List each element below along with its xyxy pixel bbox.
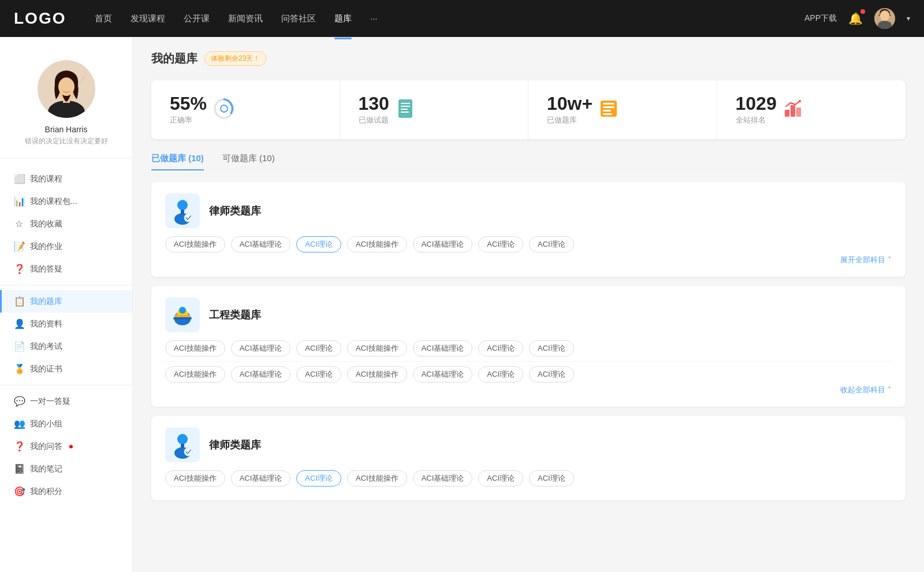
tag-eng1-r2-4[interactable]: ACI基础理论 (413, 366, 473, 382)
tag-lawyer1-2[interactable]: ACI理论 (296, 236, 341, 252)
tag-eng1-3[interactable]: ACI技能操作 (347, 340, 407, 356)
sidebar-label-exam: 我的考试 (30, 341, 62, 352)
tag-lawyer2-0[interactable]: ACI技能操作 (165, 470, 225, 486)
tag-lawyer1-1[interactable]: ACI基础理论 (231, 236, 291, 252)
tag-lawyer2-2[interactable]: ACI理论 (296, 470, 341, 486)
sidebar-item-questions[interactable]: ❓ 我的答疑 (0, 258, 132, 280)
sidebar-item-coursepackage[interactable]: 📊 我的课程包... (0, 190, 132, 213)
sidebar-item-myqa[interactable]: ❓ 我的问答 (0, 435, 132, 458)
svg-rect-26 (181, 210, 184, 214)
nav-discover[interactable]: 发现课程 (131, 11, 165, 27)
tag-eng1-4[interactable]: ACI基础理论 (413, 340, 473, 356)
tag-eng1-5[interactable]: ACI理论 (478, 340, 523, 356)
svg-point-9 (221, 105, 228, 112)
sidebar-username: Brian Harris (12, 125, 121, 134)
tab-done[interactable]: 已做题库 (10) (151, 153, 204, 170)
engineering1-icon (165, 298, 200, 332)
sidebar-item-points[interactable]: 🎯 我的积分 (0, 480, 132, 503)
sidebar-label-questionbank: 我的题库 (30, 296, 62, 307)
exam-icon: 📄 (14, 341, 24, 352)
svg-rect-19 (603, 113, 612, 115)
app-download-link[interactable]: APP下载 (804, 13, 837, 24)
sidebar: Brian Harris 错误的决定比没有决定要好 ⬜ 我的课程 📊 我的课程包… (0, 37, 133, 572)
svg-rect-16 (603, 103, 614, 105)
notification-bell[interactable]: 🔔 (848, 12, 863, 25)
mycourse-icon: ⬜ (14, 173, 24, 184)
tabs-row: 已做题库 (10) 可做题库 (10) (151, 153, 906, 170)
sidebar-item-group[interactable]: 👥 我的小组 (0, 413, 132, 435)
top-nav: LOGO 首页 发现课程 公开课 新闻资讯 问答社区 题库 ··· APP下载 … (0, 0, 924, 37)
sidebar-item-tutoring[interactable]: 💬 一对一答疑 (0, 390, 132, 413)
tag-lawyer1-4[interactable]: ACI基础理论 (413, 236, 473, 252)
sidebar-label-notes: 我的笔记 (30, 464, 62, 474)
tag-eng1-r2-3[interactable]: ACI技能操作 (347, 366, 407, 382)
tag-eng1-2[interactable]: ACI理论 (296, 340, 341, 356)
tag-lawyer1-0[interactable]: ACI技能操作 (165, 236, 225, 252)
svg-point-24 (177, 200, 188, 210)
page-title: 我的题库 (151, 51, 198, 66)
tag-lawyer1-6[interactable]: ACI理论 (529, 236, 574, 252)
tag-lawyer2-3[interactable]: ACI技能操作 (347, 470, 407, 486)
user-avatar[interactable] (874, 8, 895, 29)
nav-more[interactable]: ··· (370, 11, 378, 27)
trial-badge: 体验剩余23天！ (204, 51, 266, 66)
nav-qa[interactable]: 问答社区 (281, 11, 316, 27)
engineering1-collapse[interactable]: 收起全部科目 ˄ (165, 385, 892, 395)
svg-point-32 (177, 434, 188, 444)
lawyer1-expand[interactable]: 展开全部科目 ˅ (165, 255, 892, 265)
svg-point-23 (799, 100, 801, 102)
sidebar-item-questionbank[interactable]: 📋 我的题库 (0, 290, 132, 313)
lawyer2-title: 律师类题库 (209, 438, 261, 452)
nav-questionbank[interactable]: 题库 (334, 11, 352, 27)
nav-right: APP下载 🔔 ▾ (804, 8, 910, 29)
tag-lawyer2-1[interactable]: ACI基础理论 (231, 470, 291, 486)
tag-eng1-r2-5[interactable]: ACI理论 (478, 366, 523, 382)
nav-news[interactable]: 新闻资讯 (228, 11, 263, 27)
sidebar-item-favorites[interactable]: ☆ 我的收藏 (0, 213, 132, 235)
nav-opencourse[interactable]: 公开课 (184, 11, 210, 27)
stat-accuracy-icon (214, 98, 234, 121)
tab-available[interactable]: 可做题库 (10) (222, 153, 275, 170)
sidebar-item-certificate[interactable]: 🏅 我的证书 (0, 358, 132, 380)
stats-row: 55% 正确率 130 已做试题 (151, 80, 906, 139)
stat-done-banks-icon (599, 98, 618, 121)
stat-ranking: 1029 全站排名 (717, 80, 906, 139)
user-dropdown-arrow[interactable]: ▾ (907, 14, 910, 23)
tag-eng1-r2-1[interactable]: ACI基础理论 (231, 366, 291, 382)
sidebar-item-homework[interactable]: 📝 我的作业 (0, 235, 132, 258)
questions-icon: ❓ (14, 263, 24, 274)
tag-lawyer2-4[interactable]: ACI基础理论 (413, 470, 473, 486)
sidebar-item-mycourse[interactable]: ⬜ 我的课程 (0, 168, 132, 190)
svg-point-1 (880, 11, 889, 21)
group-icon: 👥 (14, 418, 24, 429)
stat-done-banks-label: 已做题库 (547, 115, 593, 125)
tag-lawyer2-6[interactable]: ACI理论 (529, 470, 574, 486)
sidebar-item-exam[interactable]: 📄 我的考试 (0, 335, 132, 358)
nav-home[interactable]: 首页 (95, 11, 112, 27)
sidebar-avatar (38, 60, 95, 118)
tag-lawyer1-3[interactable]: ACI技能操作 (347, 236, 407, 252)
nav-links: 首页 发现课程 公开课 新闻资讯 问答社区 题库 ··· (95, 11, 804, 27)
qa-notification-dot (69, 445, 73, 448)
tag-eng1-r2-2[interactable]: ACI理论 (296, 366, 341, 382)
tag-eng1-r2-0[interactable]: ACI技能操作 (165, 366, 225, 382)
questionbank-icon: 📋 (14, 296, 24, 307)
profile-icon: 👤 (14, 318, 24, 329)
tag-eng1-0[interactable]: ACI技能操作 (165, 340, 225, 356)
sidebar-item-notes[interactable]: 📓 我的笔记 (0, 458, 132, 480)
sidebar-label-coursepackage: 我的课程包... (30, 196, 77, 207)
tag-eng1-r2-6[interactable]: ACI理论 (529, 366, 574, 382)
lawyer2-tags: ACI技能操作 ACI基础理论 ACI理论 ACI技能操作 ACI基础理论 AC… (165, 470, 892, 486)
tag-eng1-6[interactable]: ACI理论 (529, 340, 574, 356)
stat-done-banks-value: 10w+ (547, 94, 593, 113)
stat-done-questions: 130 已做试题 (340, 80, 529, 139)
svg-point-7 (58, 77, 74, 96)
svg-rect-13 (401, 109, 408, 110)
stat-accuracy-value: 55% (170, 94, 207, 113)
stat-accuracy-label: 正确率 (170, 115, 207, 125)
sidebar-divider-1 (0, 285, 132, 285)
sidebar-item-profile[interactable]: 👤 我的资料 (0, 313, 132, 335)
tag-lawyer1-5[interactable]: ACI理论 (478, 236, 523, 252)
tag-eng1-1[interactable]: ACI基础理论 (231, 340, 291, 356)
tag-lawyer2-5[interactable]: ACI理论 (478, 470, 523, 486)
